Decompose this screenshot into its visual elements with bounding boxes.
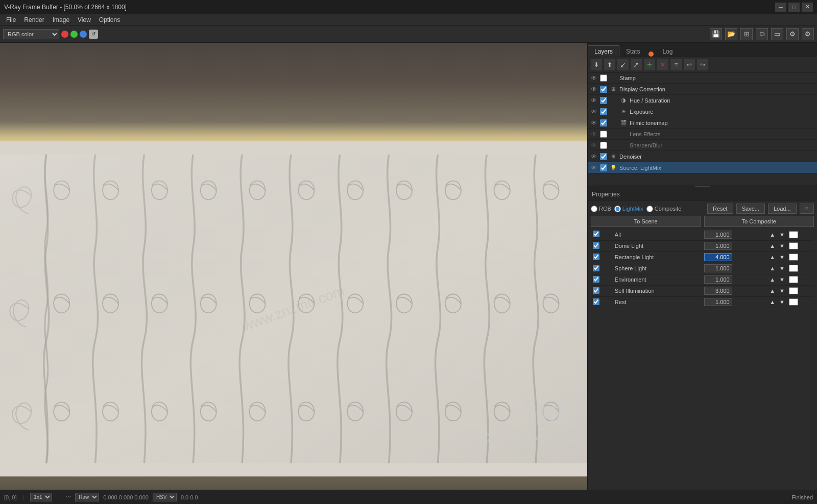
layer-move-up-icon[interactable]: ⬆ [604,59,615,70]
green-channel-dot[interactable] [70,31,78,38]
list-button[interactable]: ≡ [800,204,814,214]
settings2-icon[interactable]: ⚙ [802,28,814,40]
lm-selfillum-swatch[interactable] [789,287,798,294]
lm-rect-spin-down[interactable]: ▼ [777,251,787,263]
layer-dn-eye[interactable]: 👁 [590,153,598,161]
lm-all-check[interactable] [593,231,599,237]
reset-button[interactable]: Reset [707,204,733,214]
lm-rest-spin-down[interactable]: ▼ [777,296,787,308]
lm-rest-check[interactable] [593,298,599,305]
layer-hs-eye[interactable]: 👁 [590,96,598,105]
layer-exposure[interactable]: 👁 ☀ Exposure [588,106,817,117]
lm-selfillum-value[interactable] [704,287,732,295]
status-raw-select[interactable]: Raw [75,493,99,501]
layer-remove-icon[interactable]: ✕ [657,59,668,70]
split-view-icon[interactable]: ▭ [771,28,783,40]
layer-hue-saturation[interactable]: 👁 ◑ Hue / Saturation [588,95,817,106]
menu-view[interactable]: View [74,15,95,24]
lm-selfillum-spin-down[interactable]: ▼ [777,285,787,296]
lm-env-swatch[interactable] [789,276,798,283]
reset-dot[interactable]: ↺ [89,30,98,39]
close-button[interactable]: ✕ [802,3,813,12]
layer-hs-check[interactable] [600,97,607,104]
save-render-icon[interactable]: 💾 [710,28,722,40]
lm-rest-spin-up[interactable]: ▲ [767,296,777,308]
copy-icon[interactable]: ⧉ [756,28,768,40]
layer-dn-check[interactable] [600,153,607,160]
lm-rect-check[interactable] [593,254,599,260]
status-scale-select[interactable]: 1x1 [30,493,52,501]
settings1-icon[interactable]: ⚙ [786,28,799,40]
radio-composite[interactable]: Composite [646,206,682,212]
lm-rest-value[interactable] [704,298,732,306]
lm-selfillum-check[interactable] [593,287,599,294]
to-scene-button[interactable]: To Scene [591,216,701,227]
tab-log[interactable]: Log [656,45,679,57]
status-colorspace-select[interactable]: HSV [153,493,177,501]
layer-exp-eye[interactable]: 👁 [590,108,598,116]
layer-import-icon[interactable]: ↙ [617,59,629,70]
lm-env-value[interactable] [704,275,732,284]
layer-lm-check[interactable] [600,164,607,171]
layer-lm-eye[interactable]: 👁 [590,164,598,172]
radio-rgb[interactable]: RGB [591,206,611,212]
lm-sphere-swatch[interactable] [789,265,798,272]
to-composite-button[interactable]: To Composite [704,216,814,227]
layer-le-eye[interactable]: 👁 [590,130,598,138]
layer-dc-eye[interactable]: 👁 [590,85,598,93]
lm-sphere-spin-down[interactable]: ▼ [777,263,787,274]
menu-render[interactable]: Render [20,15,48,24]
lm-env-spin-up[interactable]: ▲ [767,274,777,285]
layer-add-icon[interactable]: ＋ [644,59,655,70]
lm-dome-spin-down[interactable]: ▼ [777,240,787,251]
layer-ft-eye[interactable]: 👁 [590,119,598,127]
layer-stamp[interactable]: 👁 Stamp [588,72,817,84]
layer-denoiser[interactable]: 👁 ⊞ Denoiser [588,151,817,162]
layer-lightmix[interactable]: 👁 💡 Source: LightMix [588,162,817,173]
layer-list-icon[interactable]: ≡ [670,59,682,70]
lm-env-check[interactable] [593,276,599,283]
layer-filmic[interactable]: 👁 🎬 Filmic tonemap [588,117,817,129]
lm-rect-swatch[interactable] [789,254,798,261]
lm-selfillum-spin-up[interactable]: ▲ [767,285,777,296]
blue-channel-dot[interactable] [80,31,87,38]
layer-sb-eye[interactable]: 👁 [590,141,598,149]
channel-select[interactable]: RGB color [3,29,59,39]
red-channel-dot[interactable] [61,31,68,38]
layer-sb-check[interactable] [600,142,607,149]
layer-redo-icon[interactable]: ↪ [697,59,708,70]
menu-image[interactable]: Image [49,15,74,24]
layer-move-down-icon[interactable]: ⬇ [591,59,602,70]
lm-sphere-spin-up[interactable]: ▲ [767,263,777,274]
lm-rect-spin-up[interactable]: ▲ [767,251,777,263]
menu-file[interactable]: File [2,15,20,24]
lm-all-spin-up[interactable]: ▲ [767,229,777,240]
lm-all-value[interactable] [704,231,732,239]
layer-ft-check[interactable] [600,119,607,127]
lm-dome-swatch[interactable] [789,242,798,249]
maximize-button[interactable]: □ [788,3,800,12]
layer-dc-check[interactable] [600,86,607,93]
menu-options[interactable]: Options [95,15,124,24]
lm-rest-swatch[interactable] [789,298,798,306]
radio-lightmix[interactable]: LightMix [614,206,643,212]
layer-sharpen-blur[interactable]: 👁 Sharpen/Blur [588,140,817,151]
layer-stamp-eye[interactable]: 👁 [590,74,598,82]
save-button[interactable]: Save... [736,204,765,214]
lm-all-spin-down[interactable]: ▼ [777,229,787,240]
render-region-icon[interactable]: ⊞ [740,28,753,40]
lm-dome-check[interactable] [593,242,599,249]
lm-env-spin-down[interactable]: ▼ [777,274,787,285]
lm-rect-value[interactable] [704,253,732,261]
load-button[interactable]: Load... [768,204,797,214]
lm-dome-spin-up[interactable]: ▲ [767,240,777,251]
layer-exp-check[interactable] [600,108,607,115]
lm-sphere-check[interactable] [593,265,599,271]
lm-dome-value[interactable] [704,242,732,250]
lm-sphere-value[interactable] [704,264,732,272]
layer-undo-icon[interactable]: ↩ [684,59,695,70]
layer-export-icon[interactable]: ↗ [631,59,642,70]
open-icon[interactable]: 📂 [725,28,737,40]
layer-le-check[interactable] [600,131,607,138]
tab-stats[interactable]: Stats [619,45,646,57]
